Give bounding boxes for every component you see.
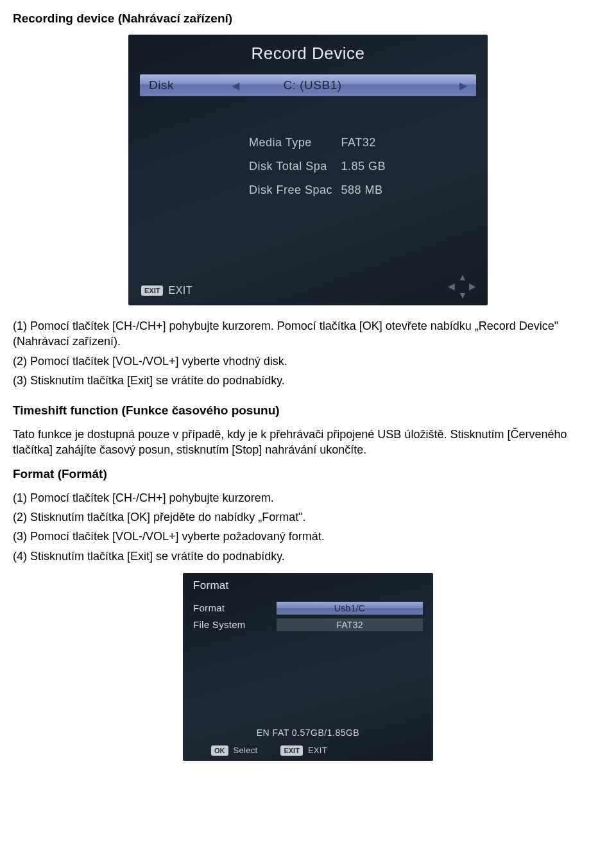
record-device-screenshot: Record Device Disk ◀ C: (USB1) ▶ Media T… <box>128 35 488 305</box>
section1-p1: (1) Pomocí tlačítek [CH-/CH+] pohybujte … <box>13 318 603 350</box>
format-footer: OK Select EXIT EXIT <box>211 745 327 756</box>
format-title: Format <box>193 579 229 592</box>
exit-button-icon[interactable]: EXIT <box>280 745 302 756</box>
nav-arrows-icon: ▲▼◀▶ <box>448 272 476 300</box>
arrow-right-icon: ▶ <box>459 80 468 92</box>
disk-total-label: Disk Total Spa <box>249 155 338 178</box>
disk-info-block: Media Type FAT32 Disk Total Spa 1.85 GB … <box>249 131 386 202</box>
media-type-value: FAT32 <box>341 136 376 149</box>
section3-p2: (2) Stisknutím tlačítka [OK] přejděte do… <box>13 509 603 525</box>
section1-p2: (2) Pomocí tlačítek [VOL-/VOL+] vyberte … <box>13 353 603 369</box>
disk-free-label: Disk Free Spac <box>249 178 338 202</box>
disk-value: C: (USB1) <box>283 78 341 92</box>
format-screenshot: Format Format Usb1/C File System FAT32 E… <box>183 573 433 761</box>
disk-total-value: 1.85 GB <box>341 160 386 173</box>
exit-label: EXIT <box>308 745 327 755</box>
section3-p3: (3) Pomocí tlačítek [VOL-/VOL+] vyberte … <box>13 529 603 544</box>
ok-label: Select <box>234 745 258 755</box>
section3-p1: (1) Pomocí tlačítek [CH-/CH+] pohybujte … <box>13 490 603 506</box>
section3-body: (1) Pomocí tlačítek [CH-/CH+] pohybujte … <box>13 490 603 564</box>
media-type-row: Media Type FAT32 <box>249 131 386 155</box>
format-status-line: EN FAT 0.57GB/1.85GB <box>183 728 433 738</box>
format-label: Format <box>193 602 277 613</box>
disk-total-row: Disk Total Spa 1.85 GB <box>249 155 386 178</box>
footer-exit-row: EXIT EXIT <box>141 285 193 296</box>
section1-p3: (3) Stisknutím tlačítka [Exit] se vrátít… <box>13 373 603 388</box>
filesystem-label: File System <box>193 619 277 630</box>
section2-body: Tato funkce je dostupná pouze v případě,… <box>13 427 603 458</box>
ok-button-icon[interactable]: OK <box>211 745 228 756</box>
section2-p1: Tato funkce je dostupná pouze v případě,… <box>13 427 603 458</box>
disk-label: Disk <box>149 78 174 92</box>
record-device-title: Record Device <box>128 44 488 64</box>
section3-p4: (4) Stisknutím tlačítka [Exit] se vrátít… <box>13 549 603 564</box>
format-row[interactable]: Format Usb1/C <box>193 601 423 615</box>
section1-body: (1) Pomocí tlačítek [CH-/CH+] pohybujte … <box>13 318 603 388</box>
exit-label: EXIT <box>168 285 193 296</box>
arrow-left-icon: ◀ <box>232 80 240 92</box>
filesystem-row[interactable]: File System FAT32 <box>193 618 423 632</box>
media-type-label: Media Type <box>249 131 338 155</box>
section1-heading: Recording device (Nahrávací zařízení) <box>13 12 603 26</box>
disk-free-value: 588 MB <box>341 183 383 196</box>
section3-heading: Format (Formát) <box>13 467 603 481</box>
disk-free-row: Disk Free Spac 588 MB <box>249 178 386 202</box>
section2-heading: Timeshift function (Funkce časového posu… <box>13 404 603 418</box>
disk-selector-row[interactable]: Disk ◀ C: (USB1) ▶ <box>140 74 476 96</box>
filesystem-value: FAT32 <box>277 618 423 631</box>
format-value: Usb1/C <box>277 602 423 615</box>
exit-button-icon[interactable]: EXIT <box>141 285 163 296</box>
